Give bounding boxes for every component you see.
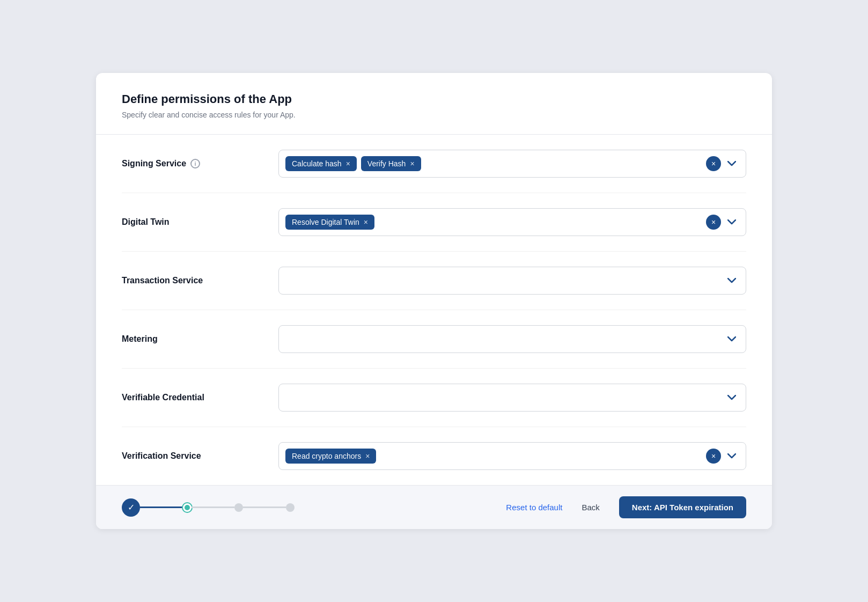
- tag-remove-verify-hash[interactable]: ×: [410, 160, 414, 167]
- tag-remove-resolve-dt[interactable]: ×: [364, 218, 368, 226]
- tags-area-verification-service: Read crypto anchors×: [285, 449, 702, 464]
- permission-row-metering: Metering: [122, 310, 746, 369]
- select-box-verifiable-credential[interactable]: [278, 384, 746, 412]
- tag-text-calc-hash: Calculate hash: [292, 159, 342, 168]
- label-text-metering: Metering: [122, 334, 158, 344]
- clear-button-signing-service[interactable]: ×: [706, 156, 721, 171]
- tag-text-verify-hash: Verify Hash: [367, 159, 406, 168]
- label-text-verifiable-credential: Verifiable Credential: [122, 393, 204, 402]
- card-body: Signing ServiceiCalculate hash×Verify Ha…: [96, 135, 772, 485]
- tag-text-resolve-dt: Resolve Digital Twin: [292, 218, 359, 226]
- tag-read-crypto: Read crypto anchors×: [285, 449, 376, 464]
- clear-button-verification-service[interactable]: ×: [706, 449, 721, 464]
- select-box-transaction-service[interactable]: [278, 267, 746, 295]
- chevron-button-digital-twin[interactable]: [724, 215, 739, 230]
- check-icon: ✓: [128, 502, 135, 512]
- step-line-2: [192, 506, 234, 508]
- step-line-3: [243, 506, 286, 508]
- permissions-card: Define permissions of the App Specify cl…: [96, 73, 772, 529]
- chevron-button-transaction-service[interactable]: [724, 273, 739, 288]
- permission-row-transaction-service: Transaction Service: [122, 252, 746, 310]
- permission-row-signing-service: Signing ServiceiCalculate hash×Verify Ha…: [122, 135, 746, 193]
- select-controls-metering: [724, 332, 739, 347]
- chevron-button-metering[interactable]: [724, 332, 739, 347]
- label-text-verification-service: Verification Service: [122, 451, 201, 461]
- permission-row-verification-service: Verification ServiceRead crypto anchors×…: [122, 427, 746, 485]
- label-text-transaction-service: Transaction Service: [122, 276, 203, 285]
- select-controls-verification-service: ×: [706, 449, 739, 464]
- tag-remove-calc-hash[interactable]: ×: [346, 160, 350, 167]
- tags-area-digital-twin: Resolve Digital Twin×: [285, 215, 702, 230]
- permission-row-digital-twin: Digital TwinResolve Digital Twin××: [122, 193, 746, 252]
- chevron-button-verification-service[interactable]: [724, 449, 739, 464]
- footer-actions: Reset to default Back Next: API Token ex…: [506, 496, 746, 518]
- permission-row-verifiable-credential: Verifiable Credential: [122, 369, 746, 427]
- tag-text-read-crypto: Read crypto anchors: [292, 452, 361, 460]
- back-button[interactable]: Back: [571, 497, 610, 517]
- select-box-metering[interactable]: [278, 325, 746, 353]
- clear-button-digital-twin[interactable]: ×: [706, 215, 721, 230]
- step-2-dot: [183, 503, 192, 512]
- tags-area-signing-service: Calculate hash×Verify Hash×: [285, 156, 702, 171]
- select-controls-signing-service: ×: [706, 156, 739, 171]
- label-text-signing-service: Signing Service: [122, 159, 186, 168]
- step-4-dot: [286, 503, 295, 512]
- select-box-digital-twin[interactable]: Resolve Digital Twin××: [278, 208, 746, 236]
- reset-button[interactable]: Reset to default: [506, 503, 562, 512]
- card-header: Define permissions of the App Specify cl…: [96, 73, 772, 135]
- label-signing-service: Signing Servicei: [122, 159, 261, 168]
- tag-verify-hash: Verify Hash×: [361, 156, 421, 171]
- select-box-signing-service[interactable]: Calculate hash×Verify Hash××: [278, 150, 746, 178]
- tag-resolve-dt: Resolve Digital Twin×: [285, 215, 374, 230]
- tag-remove-read-crypto[interactable]: ×: [365, 452, 370, 460]
- page-subtitle: Specify clear and concise access rules f…: [122, 111, 746, 119]
- card-footer: ✓ Reset to default Back Next: API Token …: [96, 485, 772, 529]
- step-3-dot: [234, 503, 243, 512]
- label-transaction-service: Transaction Service: [122, 276, 261, 285]
- select-controls-digital-twin: ×: [706, 215, 739, 230]
- label-verification-service: Verification Service: [122, 451, 261, 461]
- select-controls-verifiable-credential: [724, 390, 739, 405]
- select-controls-transaction-service: [724, 273, 739, 288]
- label-text-digital-twin: Digital Twin: [122, 217, 170, 227]
- label-digital-twin: Digital Twin: [122, 217, 261, 227]
- page-title: Define permissions of the App: [122, 92, 746, 106]
- info-icon-signing-service[interactable]: i: [190, 159, 200, 168]
- next-button[interactable]: Next: API Token expiration: [619, 496, 746, 518]
- step-line-1: [140, 506, 183, 508]
- label-verifiable-credential: Verifiable Credential: [122, 393, 261, 402]
- step-1-circle: ✓: [122, 498, 140, 517]
- label-metering: Metering: [122, 334, 261, 344]
- chevron-button-signing-service[interactable]: [724, 156, 739, 171]
- chevron-button-verifiable-credential[interactable]: [724, 390, 739, 405]
- progress-stepper: ✓: [122, 498, 295, 517]
- tag-calc-hash: Calculate hash×: [285, 156, 357, 171]
- select-box-verification-service[interactable]: Read crypto anchors××: [278, 442, 746, 470]
